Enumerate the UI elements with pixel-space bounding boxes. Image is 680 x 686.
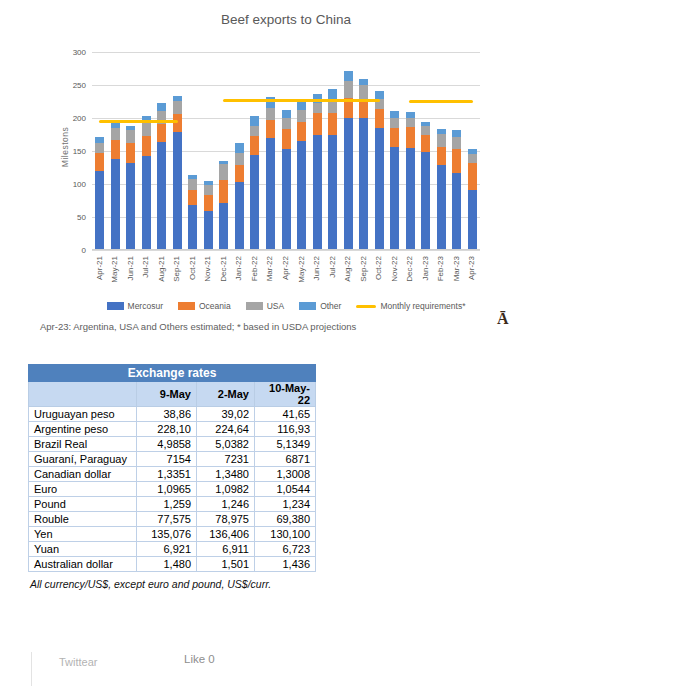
rate-value-cell: 78,975 [197,512,255,527]
x-tick-label: May-22 [297,256,307,292]
y-tick-label: 150 [56,147,86,156]
bar-segment-mercosur [282,149,291,249]
tweet-button[interactable]: Twittear [59,656,98,668]
bar-segment-usa [406,118,415,127]
rate-value-cell: 1,0982 [197,482,255,497]
rate-value-cell: 41,65 [255,407,316,422]
stacked-bar-feb-23 [437,129,446,249]
stacked-bar-nov-21 [204,181,213,249]
stacked-bar-jun-22 [313,94,322,249]
bottom-divider [31,652,32,686]
like-button[interactable]: Like 0 [184,653,215,665]
bar-segment-other [157,103,166,111]
bar-segment-oceania [111,140,120,159]
currency-name-cell: Yen [29,527,137,542]
stacked-bar-aug-22 [344,71,353,249]
bar-segment-usa [282,118,291,129]
bar-segment-oceania [375,109,384,127]
page: Beef exports to China Milestons 05010015… [0,0,680,686]
legend-label: Monthly requirements* [380,301,465,311]
requirements-line-segment [223,99,380,102]
table-row: Yuan6,9216,9116,723 [29,542,316,557]
table-row: Uruguayan peso38,8639,0241,65 [29,407,316,422]
stacked-bar-nov-22 [390,111,399,249]
stacked-bar-dec-21 [219,161,228,249]
stacked-bar-oct-21 [188,175,197,249]
stacked-bar-may-22 [297,99,306,249]
x-tick-label: Aug-21 [157,256,167,292]
column-header: 9-May [137,382,197,407]
bar-segment-mercosur [344,118,353,249]
y-tick-label: 300 [56,48,86,57]
bar-segment-usa [437,134,446,147]
bar-segment-oceania [95,153,104,171]
bar-segment-other [359,79,368,86]
x-tick-label: Jun-21 [126,256,136,292]
rate-value-cell: 228,10 [137,422,197,437]
rate-value-cell: 7154 [137,452,197,467]
gridline [92,250,480,251]
bar-segment-oceania [452,149,461,173]
rate-value-cell: 224,64 [197,422,255,437]
rate-value-cell: 1,0544 [255,482,316,497]
rate-value-cell: 69,380 [255,512,316,527]
x-tick-label: Apr-23 [467,256,477,292]
bar-segment-usa [328,101,337,113]
x-tick-label: Feb-22 [250,256,260,292]
bar-segment-usa [111,128,120,141]
rate-value-cell: 1,3480 [197,467,255,482]
legend-item-usa: USA [246,301,284,311]
bar-segment-mercosur [142,156,151,249]
bar-segment-mercosur [157,142,166,249]
bar-segment-usa [142,121,151,136]
rate-value-cell: 1,3008 [255,467,316,482]
stacked-bar-mar-23 [452,130,461,249]
x-tick-label: Jan-22 [234,256,244,292]
table-row: Brazil Real4,98585,03825,1349 [29,437,316,452]
rate-value-cell: 5,1349 [255,437,316,452]
bar-segment-usa [468,154,477,163]
x-tick-label: Feb-23 [436,256,446,292]
rate-value-cell: 1,436 [255,557,316,572]
currency-name-cell: Rouble [29,512,137,527]
x-tick-label: Dec-22 [405,256,415,292]
bar-segment-usa [204,185,213,195]
rate-value-cell: 39,02 [197,407,255,422]
column-header [29,382,137,407]
bar-segment-mercosur [266,138,275,249]
rate-value-cell: 116,93 [255,422,316,437]
currency-name-cell: Yuan [29,542,137,557]
bar-segment-mercosur [313,135,322,249]
bar-segment-mercosur [95,171,104,249]
stacked-bar-mar-22 [266,97,275,249]
x-tick-label: Nov-22 [390,256,400,292]
bar-segment-other [235,143,244,153]
rate-value-cell: 6,723 [255,542,316,557]
rate-value-cell: 136,406 [197,527,255,542]
stacked-bar-jun-21 [126,126,135,249]
currency-name-cell: Guaraní, Paraguay [29,452,137,467]
x-tick-label: Aug-22 [343,256,353,292]
bar-segment-mercosur [406,148,415,249]
bar-segment-oceania [188,190,197,205]
bar-segment-oceania [282,129,291,149]
legend-label: Other [320,301,341,311]
bar-segment-mercosur [111,159,120,249]
rate-value-cell: 1,3351 [137,467,197,482]
x-tick-label: Jul-22 [328,256,338,292]
requirements-line-segment [409,100,473,103]
chart-title: Beef exports to China [92,12,480,27]
y-tick-label: 0 [56,246,86,255]
bar-segment-oceania [142,136,151,156]
y-tick-label: 250 [56,81,86,90]
x-tick-label: Apr-22 [281,256,291,292]
table-row: Pound1,2591,2461,234 [29,497,316,512]
legend-label: USA [267,301,284,311]
rate-value-cell: 6,921 [137,542,197,557]
bar-segment-other [95,137,104,144]
stacked-bar-oct-22 [375,91,384,249]
stacked-bar-may-21 [111,122,120,249]
bar-segment-usa [219,164,228,180]
rate-value-cell: 77,575 [137,512,197,527]
rate-value-cell: 1,501 [197,557,255,572]
